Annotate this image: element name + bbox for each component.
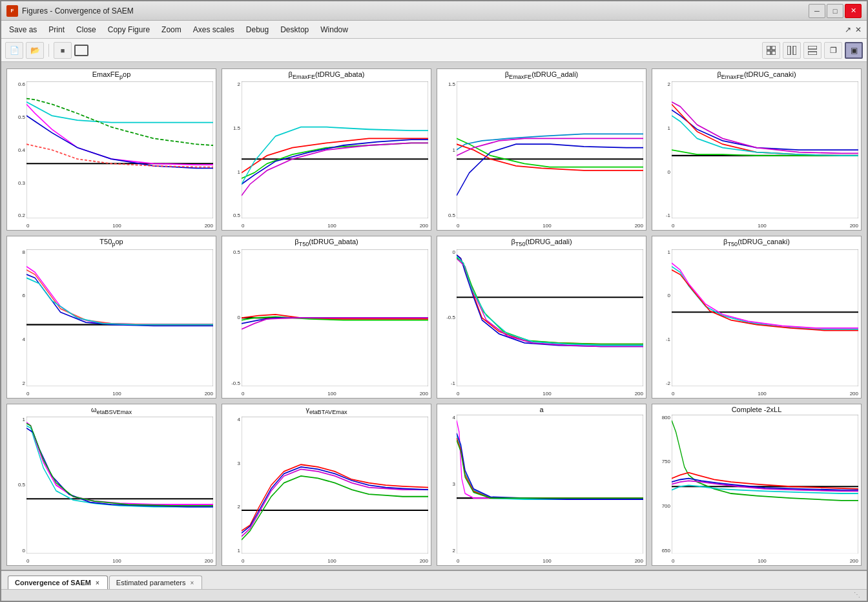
- menu-axes-scales[interactable]: Axes scales: [188, 23, 240, 36]
- grid-2h-button[interactable]: [803, 42, 822, 59]
- plot-svg-10: [242, 417, 428, 554]
- stop-button[interactable]: ■: [54, 42, 72, 59]
- tab-estimated[interactable]: Estimated parameters ×: [109, 576, 202, 589]
- menu-undock-icon[interactable]: ↗: [845, 25, 851, 34]
- plot-title-3: βEmaxFE(tDRUG_adali): [437, 69, 646, 80]
- x-axis-2: 0100200: [242, 223, 428, 229]
- svg-rect-16: [26, 249, 213, 386]
- menu-zoom[interactable]: Zoom: [156, 23, 187, 36]
- new-file-button[interactable]: 📄: [5, 42, 23, 59]
- svg-rect-22: [672, 249, 858, 386]
- plot-title-10: γetaBTAVEmax: [222, 404, 431, 415]
- plot-cell-9: ωetaBSVEmax 10.50 0100200: [6, 404, 216, 566]
- plot-svg-2: [242, 81, 428, 218]
- menu-bar: Save as Print Close Copy Figure Zoom Axe…: [1, 21, 867, 39]
- svg-rect-1: [772, 46, 776, 50]
- menu-window[interactable]: Window: [315, 23, 353, 36]
- close-window-button[interactable]: ✕: [845, 4, 862, 18]
- plot-cell-5: T50pop 8642 0100200: [6, 236, 216, 398]
- plot-title-1: EmaxFEpop: [7, 69, 216, 80]
- y-axis-2: 21.510.5: [225, 81, 240, 218]
- x-axis-11: 0100200: [457, 558, 643, 564]
- plot-svg-11: [457, 415, 643, 554]
- svg-rect-24: [26, 417, 213, 554]
- plot-cell-12: Complete -2xLL 800750700650: [652, 404, 862, 566]
- menu-copy-figure[interactable]: Copy Figure: [103, 23, 155, 36]
- dock-button[interactable]: ▣: [845, 42, 863, 59]
- plot-title-7: βT50(tDRUG_adali): [437, 236, 646, 247]
- menu-desktop[interactable]: Desktop: [275, 23, 314, 36]
- y-axis-3: 1.510.5: [440, 81, 455, 218]
- toolbar: 📄 📂 ■ ❐ ▣: [1, 39, 867, 62]
- plot-title-9: ωetaBSVEmax: [7, 404, 216, 415]
- x-axis-3: 0100200: [457, 223, 643, 229]
- minimize-button[interactable]: ─: [809, 4, 825, 18]
- plot-svg-3: [457, 81, 643, 218]
- y-axis-11: 432: [440, 415, 455, 554]
- svg-rect-28: [457, 415, 643, 554]
- tab-convergence-close[interactable]: ×: [94, 579, 101, 586]
- menu-debug[interactable]: Debug: [241, 23, 274, 36]
- svg-rect-20: [457, 249, 643, 386]
- maximize-button[interactable]: □: [827, 4, 843, 18]
- float-button[interactable]: ❐: [824, 42, 842, 59]
- svg-rect-3: [772, 51, 776, 55]
- plot-svg-6: [242, 249, 428, 386]
- y-axis-1: 0.60.50.40.30.2: [10, 81, 25, 218]
- window-title: Figures - Convergence of SAEM: [22, 6, 134, 16]
- menu-save-as[interactable]: Save as: [4, 23, 42, 36]
- x-axis-6: 0100200: [242, 391, 428, 397]
- plot-svg-4: [672, 81, 858, 218]
- plot-title-12: Complete -2xLL: [652, 404, 861, 413]
- svg-rect-8: [26, 81, 213, 218]
- toolbar-left: 📄 📂 ■: [5, 42, 88, 59]
- menu-close[interactable]: Close: [71, 23, 101, 36]
- plot-title-4: βEmaxFE(tDRUG_canaki): [652, 69, 861, 80]
- x-axis-9: 0100200: [26, 558, 213, 564]
- plot-cell-7: βT50(tDRUG_adali) 0-0.5-1: [437, 236, 646, 398]
- menu-print[interactable]: Print: [43, 23, 70, 36]
- plot-cell-3: βEmaxFE(tDRUG_adali) 1.510.5: [437, 68, 646, 231]
- y-axis-5: 8642: [10, 249, 25, 386]
- svg-rect-2: [767, 51, 770, 55]
- plot-svg-9: [26, 417, 213, 554]
- plot-title-6: βT50(tDRUG_abata): [222, 236, 431, 247]
- y-axis-6: 0.50-0.5: [225, 249, 240, 386]
- grid-4-button[interactable]: [762, 42, 780, 59]
- y-axis-4: 210-1: [655, 81, 670, 218]
- x-axis-4: 0100200: [672, 223, 858, 229]
- tab-estimated-close[interactable]: ×: [189, 579, 195, 586]
- plot-svg-8: [672, 249, 858, 386]
- plot-cell-2: βEmaxFE(tDRUG_abata) 21.510.5: [222, 68, 431, 231]
- open-file-button[interactable]: 📂: [26, 42, 44, 59]
- y-axis-8: 10-1-2: [655, 249, 670, 386]
- plot-title-8: βT50(tDRUG_canaki): [652, 236, 861, 247]
- svg-rect-6: [808, 46, 817, 49]
- x-axis-10: 0100200: [242, 558, 428, 564]
- menu-close-icon[interactable]: ✕: [855, 25, 862, 34]
- svg-rect-0: [767, 46, 770, 50]
- plot-cell-10: γetaBTAVEmax 4321 0100200: [222, 404, 431, 566]
- tab-estimated-label: Estimated parameters: [116, 579, 186, 586]
- svg-rect-10: [242, 81, 428, 218]
- grid-2v-button[interactable]: [783, 42, 801, 59]
- resize-grip[interactable]: ⋱: [854, 591, 863, 600]
- tab-convergence-label: Convergence of SAEM: [15, 579, 91, 586]
- title-bar-controls: ─ □ ✕: [809, 4, 862, 18]
- x-axis-5: 0100200: [26, 391, 213, 397]
- y-axis-12: 800750700650: [655, 415, 670, 554]
- plot-grid: EmaxFEpop 0.60.50.40.30.2: [6, 68, 862, 566]
- plot-svg-5: [26, 249, 213, 386]
- tab-convergence[interactable]: Convergence of SAEM ×: [8, 576, 108, 589]
- svg-rect-5: [793, 46, 796, 55]
- y-axis-10: 4321: [225, 417, 240, 554]
- svg-rect-26: [242, 417, 428, 554]
- menu-right: ↗ ✕: [845, 25, 864, 34]
- tab-bar: Convergence of SAEM × Estimated paramete…: [1, 570, 867, 589]
- plot-cell-4: βEmaxFE(tDRUG_canaki) 210-1: [652, 68, 862, 231]
- title-bar: F Figures - Convergence of SAEM ─ □ ✕: [1, 1, 867, 21]
- plot-cell-1: EmaxFEpop 0.60.50.40.30.2: [6, 68, 216, 231]
- plot-cell-6: βT50(tDRUG_abata) 0.50-0.5: [222, 236, 431, 398]
- plot-svg-7: [457, 249, 643, 386]
- rect-button[interactable]: [74, 45, 88, 56]
